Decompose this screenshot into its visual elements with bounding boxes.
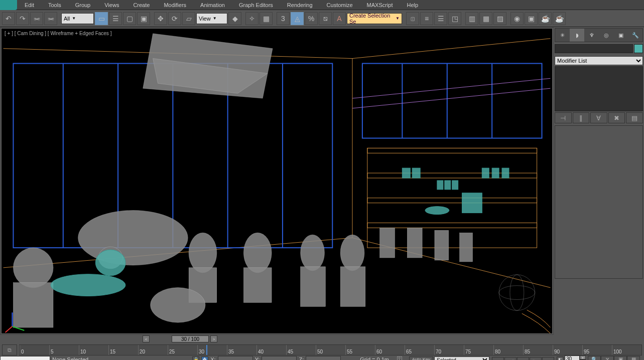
selection-filter-dropdown[interactable]: All▼ (61, 13, 94, 24)
key-mode-icon[interactable]: ⚿ (391, 356, 408, 360)
scale-icon[interactable]: ▱ (182, 12, 195, 25)
schematic-view-icon[interactable]: ▦ (479, 12, 492, 25)
menu-tools[interactable]: Tools (41, 1, 68, 10)
menu-views[interactable]: Views (97, 1, 126, 10)
utilities-tab-icon[interactable]: 🔧 (628, 29, 642, 42)
pin-stack-icon[interactable]: ⊣ (555, 112, 572, 123)
script-listener[interactable]: Max to Physc (0, 356, 50, 360)
svg-rect-35 (380, 228, 395, 258)
angle-snap-icon[interactable]: ◬ (291, 12, 304, 25)
redo-icon[interactable]: ↷ (16, 12, 29, 25)
mirror-icon[interactable]: ⎅ (406, 12, 419, 25)
motion-tab-icon[interactable]: ◎ (599, 29, 613, 42)
edit-named-sets-icon[interactable]: A (333, 12, 346, 25)
curve-editor-icon[interactable]: ▥ (465, 12, 478, 25)
coord-y-field[interactable] (262, 356, 297, 360)
align-icon[interactable]: ≡ (420, 12, 433, 25)
configure-sets-icon[interactable]: ▤ (626, 112, 643, 123)
viewport[interactable]: [ + ] [ Cam Dining ] [ Wireframe + Edged… (1, 28, 553, 334)
menu-customize[interactable]: Customize (320, 1, 360, 10)
keyboard-shortcut-icon[interactable]: ▦ (260, 12, 273, 25)
menu-group[interactable]: Group (68, 1, 98, 10)
menu-maxscript[interactable]: MAXScript (360, 1, 400, 10)
render-setup-icon[interactable]: ◉ (510, 12, 524, 25)
time-slider-prev-button[interactable]: < (143, 335, 150, 342)
show-end-result-icon[interactable]: ∥ (573, 112, 590, 123)
modifier-stack-buttons: ⊣ ∥ ∀ ✖ ▤ (555, 112, 643, 123)
viewport-label[interactable]: [ + ] [ Cam Dining ] [ Wireframe + Edged… (5, 31, 111, 36)
app-logo-icon[interactable] (0, 0, 17, 10)
pivot-center-icon[interactable]: ◆ (228, 12, 241, 25)
track-bar-ruler[interactable]: 0510152025303540455055606570758085909510… (19, 344, 642, 355)
zoom-all-icon[interactable]: ⤧ (601, 356, 614, 360)
graphite-ribbon-icon[interactable]: ◳ (448, 12, 461, 25)
track-bar-cursor[interactable] (206, 345, 207, 355)
render-iterative-icon[interactable]: ☕ (553, 12, 566, 25)
transform-type-in-icon[interactable]: ✥ (201, 356, 208, 361)
time-slider-next-button[interactable]: > (210, 335, 217, 342)
unlink-icon[interactable]: ⫘ (44, 12, 57, 25)
modifier-stack[interactable] (555, 66, 643, 111)
named-selection-dropdown[interactable]: Create Selection Se▼ (347, 13, 402, 24)
menu-help[interactable]: Help (400, 1, 426, 10)
create-tab-icon[interactable]: ✳ (555, 29, 570, 42)
zoom-extents-icon[interactable]: ▣ (614, 356, 627, 360)
ruler-tick: 60 (375, 345, 405, 355)
modify-tab-icon[interactable]: ◗ (570, 29, 584, 42)
coord-z-field[interactable] (306, 356, 341, 360)
rollout-area[interactable] (555, 125, 643, 279)
modifier-list-dropdown[interactable]: Modifier List (555, 56, 643, 65)
main-toolbar: ↶ ↷ ⫘ ⫘ All▼ ▭ ☰ ▢ ▣ ✥ ⟳ ▱ View▼ ◆ ✧ ▦ 3… (0, 10, 644, 27)
current-frame-spinner[interactable]: ▲▼ (565, 355, 587, 360)
coord-x-field[interactable] (218, 356, 253, 360)
rect-region-icon[interactable]: ▢ (123, 12, 136, 25)
menu-edit[interactable]: Edit (18, 1, 41, 10)
menu-create[interactable]: Create (126, 1, 157, 10)
render-production-icon[interactable]: ☕ (539, 12, 552, 25)
menu-graph-editors[interactable]: Graph Editors (232, 1, 280, 10)
move-icon[interactable]: ✥ (154, 12, 167, 25)
menu-animation[interactable]: Animation (193, 1, 232, 10)
layer-manager-icon[interactable]: ☰ (434, 12, 447, 25)
select-by-name-icon[interactable]: ☰ (109, 12, 122, 25)
auto-key-button[interactable]: Auto Key (409, 356, 433, 360)
svg-rect-38 (460, 233, 473, 262)
menu-modifiers[interactable]: Modifiers (157, 1, 193, 10)
ref-coord-dropdown[interactable]: View▼ (196, 13, 227, 24)
svg-point-40 (499, 286, 535, 300)
make-unique-icon[interactable]: ∀ (590, 112, 607, 123)
select-object-icon[interactable]: ▭ (95, 12, 108, 25)
rendered-frame-icon[interactable]: ▣ (525, 12, 538, 25)
key-step-mode-icon[interactable]: ◧ (557, 356, 564, 360)
go-to-end-icon[interactable]: ⏭ (542, 357, 554, 360)
play-icon[interactable]: ▶ (517, 357, 529, 360)
spinner-snap-icon[interactable]: ⧅ (319, 12, 332, 25)
go-to-start-icon[interactable]: ⏮ (492, 357, 504, 360)
rotate-icon[interactable]: ⟳ (168, 12, 181, 25)
key-mode-dropdown[interactable]: Selected (434, 356, 489, 361)
zoom-icon[interactable]: 🔍 (588, 356, 601, 360)
menu-rendering[interactable]: Rendering (280, 1, 320, 10)
object-name-field[interactable] (555, 44, 633, 53)
link-icon[interactable]: ⫘ (30, 12, 43, 25)
select-manipulate-icon[interactable]: ✧ (245, 12, 259, 25)
window-crossing-icon[interactable]: ▣ (137, 12, 150, 25)
undo-icon[interactable]: ↶ (2, 12, 15, 25)
time-slider[interactable]: < 30 / 100 > (0, 335, 644, 344)
prev-frame-icon[interactable]: ◀∥ (504, 357, 517, 360)
selection-filter-label: All (64, 16, 70, 22)
display-tab-icon[interactable]: ▣ (613, 29, 628, 42)
remove-modifier-icon[interactable]: ✖ (608, 112, 625, 123)
ruler-tick: 75 (464, 345, 493, 355)
snap-2d-icon[interactable]: 3 (277, 12, 290, 25)
time-slider-handle[interactable]: 30 / 100 (172, 335, 209, 342)
zoom-extents-all-icon[interactable]: ▦ (627, 356, 640, 360)
svg-rect-52 (502, 168, 509, 178)
material-editor-icon[interactable]: ▨ (493, 12, 506, 25)
open-mini-curve-icon[interactable]: ⧉ (2, 344, 17, 355)
hierarchy-tab-icon[interactable]: ♆ (584, 29, 599, 42)
object-color-swatch[interactable] (634, 44, 643, 53)
next-frame-icon[interactable]: ∥▶ (530, 357, 542, 360)
selection-lock-icon[interactable]: 🔒 (192, 356, 199, 361)
percent-snap-icon[interactable]: % (305, 12, 318, 25)
